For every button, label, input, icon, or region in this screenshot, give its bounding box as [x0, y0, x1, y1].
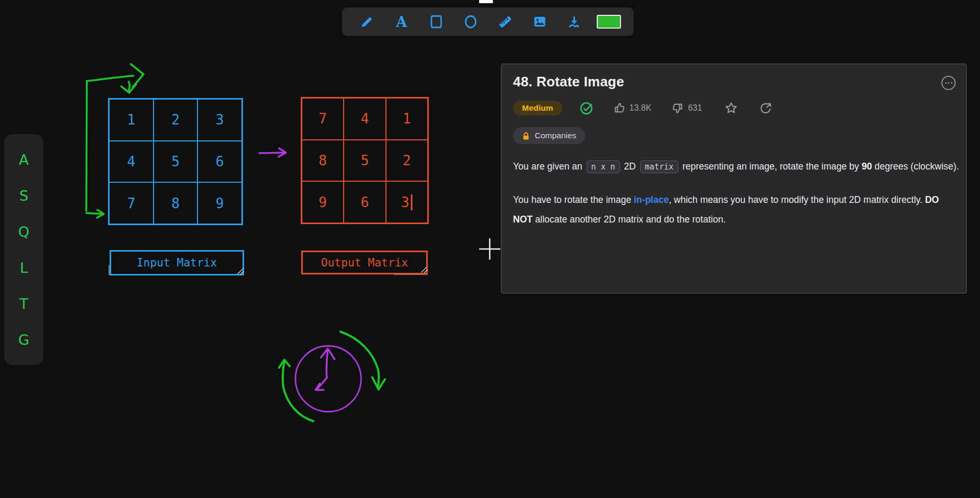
sidebar-item-l[interactable]: L — [20, 260, 28, 276]
purple-transform-arrow — [259, 148, 286, 157]
output-cell-2-2-value: 3 — [401, 194, 410, 210]
download-icon — [567, 15, 581, 29]
problem-title: 48. Rotate Image — [513, 74, 962, 90]
pencil-tool-button[interactable] — [354, 11, 380, 33]
sidebar-item-t[interactable]: T — [20, 296, 29, 312]
problem-meta-row: Medium 13.8K 631 — [513, 101, 962, 115]
sidebar-item-a[interactable]: A — [19, 152, 29, 168]
ellipsis-icon — [945, 82, 947, 84]
ellipse-icon — [464, 14, 478, 29]
input-matrix-label[interactable]: Input Matrix — [110, 250, 244, 275]
output-cell-1-1[interactable]: 5 — [344, 140, 385, 182]
output-cell-2-2[interactable]: 3 — [386, 181, 428, 223]
favorite-button[interactable] — [724, 101, 738, 115]
bold-90: 90 — [861, 161, 871, 172]
input-cell-1-1[interactable]: 5 — [154, 141, 198, 183]
whiteboard-canvas[interactable]: A — [0, 0, 980, 498]
output-cell-1-0[interactable]: 8 — [302, 140, 344, 182]
solved-check-icon — [579, 101, 594, 115]
description-paragraph-2: You have to rotate the image in-place, w… — [513, 190, 961, 229]
output-matrix-label-text: Output Matrix — [321, 256, 408, 269]
thumbs-down-icon — [671, 102, 684, 114]
input-cell-2-1[interactable]: 8 — [154, 182, 198, 224]
companies-badge[interactable]: Companies — [513, 127, 585, 144]
share-circle-arrow-icon — [759, 102, 772, 115]
letter-sidebar: A S Q L T G — [4, 134, 43, 365]
dislike-button[interactable]: 631 — [671, 102, 702, 114]
input-label-resize-handle[interactable] — [236, 267, 245, 275]
input-cell-0-2[interactable]: 3 — [197, 99, 242, 141]
input-cell-0-1[interactable]: 2 — [154, 99, 198, 141]
input-cell-0-0[interactable]: 1 — [109, 99, 154, 141]
companies-row: Companies — [513, 127, 962, 144]
output-matrix-label[interactable]: Output Matrix — [301, 251, 428, 274]
text-cursor — [411, 194, 412, 210]
thumbs-up-icon — [613, 102, 626, 114]
download-tool-button[interactable] — [562, 11, 587, 33]
output-label-resize-handle[interactable] — [420, 265, 428, 274]
input-cell-2-2[interactable]: 9 — [197, 182, 242, 224]
pencil-icon — [360, 15, 374, 29]
ruler-icon — [498, 14, 513, 29]
share-button[interactable] — [759, 102, 772, 115]
problem-description: You are given an n x n 2D matrix represe… — [513, 157, 961, 229]
ruler-tool-button[interactable] — [492, 11, 518, 33]
star-icon — [724, 101, 738, 115]
input-cell-1-2[interactable]: 6 — [197, 141, 242, 183]
solved-check-button[interactable] — [579, 101, 594, 115]
output-cell-0-1[interactable]: 4 — [344, 98, 385, 140]
image-tool-button[interactable] — [527, 11, 552, 33]
active-color-swatch — [597, 15, 621, 29]
lock-icon — [522, 131, 530, 140]
top-edge-dash — [479, 0, 493, 3]
output-matrix-grid[interactable]: 7 4 1 8 5 2 9 6 3 — [301, 97, 429, 224]
crosshair-cursor — [478, 237, 501, 261]
sidebar-item-q[interactable]: Q — [18, 224, 29, 240]
in-place-link[interactable]: in-place — [634, 194, 669, 205]
input-cell-1-0[interactable]: 4 — [109, 141, 154, 183]
color-swatch-button[interactable] — [596, 11, 622, 33]
rectangle-icon — [429, 14, 443, 29]
image-icon — [533, 15, 547, 29]
like-button[interactable]: 13.8K — [613, 102, 652, 114]
output-cell-2-0[interactable]: 9 — [302, 181, 344, 223]
input-matrix-grid[interactable]: 1 2 3 4 5 6 7 8 9 — [108, 98, 243, 225]
rectangle-tool-button[interactable] — [424, 11, 449, 33]
code-chip-nxn: n x n — [587, 161, 620, 173]
output-cell-0-0[interactable]: 7 — [302, 98, 344, 140]
dislike-count: 631 — [688, 103, 702, 113]
code-chip-matrix: matrix — [640, 161, 678, 173]
companies-label: Companies — [535, 131, 576, 140]
input-cell-2-0[interactable]: 7 — [109, 182, 154, 224]
input-matrix-label-text: Input Matrix — [137, 256, 217, 269]
text-tool-icon: A — [396, 15, 407, 29]
output-cell-2-1[interactable]: 6 — [344, 181, 385, 223]
sidebar-item-g[interactable]: G — [19, 332, 30, 348]
drawing-toolbar: A — [342, 7, 634, 36]
description-paragraph-1: You are given an n x n 2D matrix represe… — [513, 157, 961, 177]
problem-card: 48. Rotate Image Medium 13.8K — [501, 64, 967, 294]
difficulty-badge[interactable]: Medium — [513, 101, 562, 115]
sidebar-item-s[interactable]: S — [19, 188, 28, 204]
ellipse-tool-button[interactable] — [458, 11, 483, 33]
more-options-button[interactable] — [941, 76, 956, 90]
like-count: 13.8K — [630, 103, 652, 113]
output-cell-1-2[interactable]: 2 — [386, 140, 428, 182]
rotation-diagram — [279, 332, 385, 421]
output-cell-0-2[interactable]: 1 — [386, 98, 428, 140]
text-tool-button[interactable]: A — [389, 11, 414, 33]
